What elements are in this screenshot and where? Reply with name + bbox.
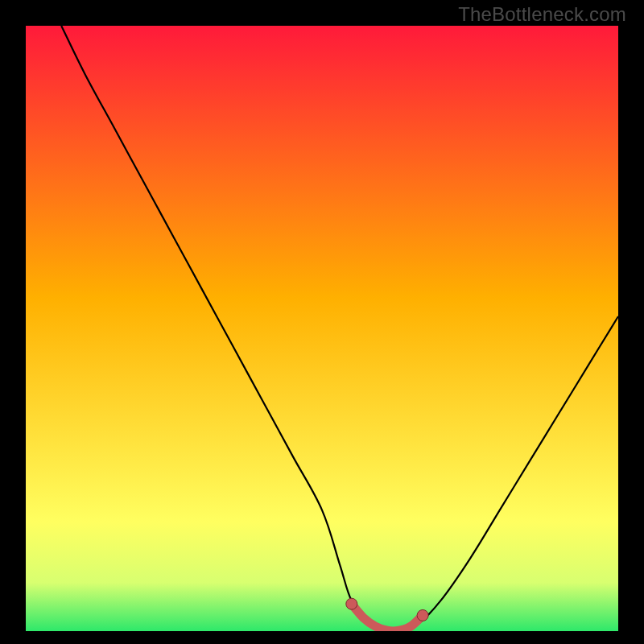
attribution-label: TheBottleneck.com (458, 3, 626, 26)
optimal-range-start-dot (346, 598, 357, 609)
chart-frame: TheBottleneck.com (0, 0, 644, 644)
bottleneck-chart (26, 26, 618, 631)
gradient-background (26, 26, 618, 631)
plot-area (26, 26, 618, 631)
optimal-range-end-dot (417, 609, 428, 621)
